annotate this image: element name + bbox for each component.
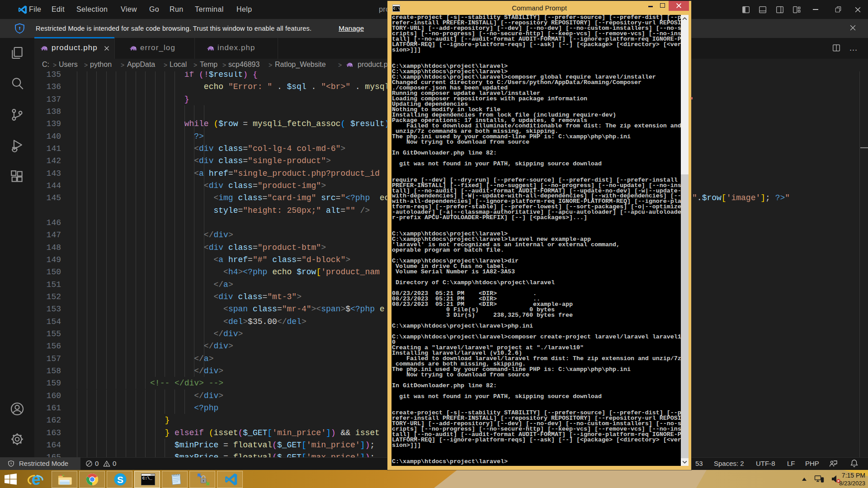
svg-text:e: e [32, 471, 41, 488]
svg-text:S: S [117, 474, 123, 485]
